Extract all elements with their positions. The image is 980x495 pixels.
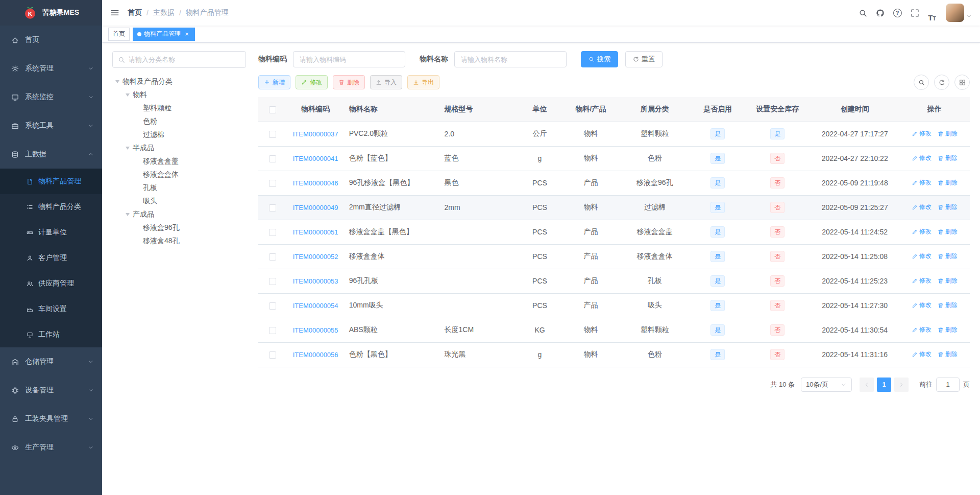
- sidebar-item-system-tools[interactable]: 系统工具: [0, 111, 102, 140]
- search-button[interactable]: 搜索: [581, 51, 618, 67]
- material-code-input[interactable]: [293, 51, 405, 67]
- safety-stock-badge[interactable]: 否: [770, 349, 785, 360]
- row-checkbox[interactable]: [269, 302, 276, 310]
- caret-down-icon[interactable]: [122, 93, 133, 97]
- enabled-badge[interactable]: 是: [710, 275, 725, 287]
- safety-stock-badge[interactable]: 否: [770, 202, 785, 213]
- export-button[interactable]: 导出: [407, 75, 439, 89]
- enabled-badge[interactable]: 是: [710, 226, 725, 238]
- sidebar-item-system-management[interactable]: 系统管理: [0, 54, 102, 83]
- caret-down-icon[interactable]: [112, 80, 122, 83]
- sidebar-subitem-material-product-management[interactable]: 物料产品管理: [0, 169, 102, 194]
- material-name-input[interactable]: [454, 51, 567, 67]
- sidebar-subitem-workshop-settings[interactable]: 车间设置: [0, 296, 102, 322]
- enabled-badge[interactable]: 是: [710, 153, 725, 164]
- breadcrumb-item[interactable]: 首页: [128, 8, 142, 17]
- sidebar-subitem-supplier-management[interactable]: 供应商管理: [0, 271, 102, 296]
- caret-down-icon[interactable]: [122, 147, 133, 150]
- enabled-badge[interactable]: 是: [710, 349, 725, 360]
- row-edit-button[interactable]: 修改: [912, 178, 932, 187]
- row-delete-button[interactable]: 删除: [938, 203, 958, 211]
- sidebar-item-equipment-management[interactable]: 设备管理: [0, 376, 102, 405]
- row-edit-button[interactable]: 修改: [912, 301, 932, 310]
- safety-stock-badge[interactable]: 否: [770, 177, 785, 188]
- sidebar-subitem-measure-unit[interactable]: 计量单位: [0, 220, 102, 245]
- github-icon[interactable]: [871, 4, 889, 21]
- material-code-link[interactable]: ITEM00000041: [293, 155, 338, 162]
- tree-node[interactable]: 吸头: [112, 195, 246, 208]
- row-delete-button[interactable]: 删除: [938, 227, 958, 236]
- tree-node[interactable]: 物料: [112, 88, 246, 102]
- toggle-search-button[interactable]: [914, 75, 929, 90]
- sidebar-item-master-data[interactable]: 主数据: [0, 140, 102, 169]
- enabled-badge[interactable]: 是: [710, 202, 725, 213]
- safety-stock-badge[interactable]: 否: [770, 275, 785, 287]
- sidebar-subitem-customer-management[interactable]: 客户管理: [0, 245, 102, 271]
- row-delete-button[interactable]: 删除: [938, 325, 958, 334]
- material-code-link[interactable]: ITEM00000055: [293, 326, 338, 334]
- row-checkbox[interactable]: [269, 253, 276, 261]
- safety-stock-badge[interactable]: 否: [770, 324, 785, 336]
- goto-page-input[interactable]: [936, 378, 960, 392]
- sidebar-item-production-management[interactable]: 生产管理: [0, 433, 102, 462]
- row-edit-button[interactable]: 修改: [912, 129, 932, 138]
- material-code-link[interactable]: ITEM00000056: [293, 351, 338, 359]
- refresh-table-button[interactable]: [934, 75, 949, 90]
- page-size-select[interactable]: 10条/页: [801, 378, 852, 392]
- app-logo[interactable]: K 苦糖果MES: [0, 0, 102, 26]
- caret-down-icon[interactable]: [122, 213, 133, 216]
- import-button[interactable]: 导入: [370, 75, 402, 89]
- tree-node[interactable]: 塑料颗粒: [112, 102, 246, 115]
- tree-node[interactable]: 移液盒48孔: [112, 234, 246, 248]
- sidebar-item-home[interactable]: 首页: [0, 26, 102, 54]
- material-code-link[interactable]: ITEM00000037: [293, 130, 338, 138]
- row-edit-button[interactable]: 修改: [912, 227, 932, 236]
- tree-node[interactable]: 移液盒盒盖: [112, 155, 246, 168]
- tree-node[interactable]: 孔板: [112, 181, 246, 195]
- avatar-caret-icon[interactable]: [966, 13, 972, 19]
- enabled-badge[interactable]: 是: [710, 300, 725, 311]
- row-checkbox[interactable]: [269, 351, 276, 359]
- next-page-button[interactable]: [894, 378, 909, 392]
- row-edit-button[interactable]: 修改: [912, 276, 932, 285]
- material-code-link[interactable]: ITEM00000054: [293, 302, 338, 310]
- row-checkbox[interactable]: [269, 278, 276, 285]
- row-checkbox[interactable]: [269, 131, 276, 138]
- sidebar-subitem-workstation[interactable]: 工作站: [0, 322, 102, 347]
- row-delete-button[interactable]: 删除: [938, 252, 958, 261]
- add-button[interactable]: 新增: [258, 75, 290, 89]
- tree-node[interactable]: 物料及产品分类: [112, 75, 246, 88]
- material-code-link[interactable]: ITEM00000052: [293, 253, 338, 261]
- row-edit-button[interactable]: 修改: [912, 252, 932, 261]
- row-edit-button[interactable]: 修改: [912, 350, 932, 359]
- enabled-badge[interactable]: 是: [710, 251, 725, 262]
- sidebar-item-warehouse-management[interactable]: 仓储管理: [0, 347, 102, 376]
- help-icon[interactable]: ?: [889, 4, 906, 21]
- row-checkbox[interactable]: [269, 180, 276, 187]
- sidebar-item-fixture-management[interactable]: 工装夹具管理: [0, 405, 102, 433]
- category-search-input[interactable]: [129, 56, 240, 63]
- safety-stock-badge[interactable]: 否: [770, 153, 785, 164]
- material-code-link[interactable]: ITEM00000046: [293, 179, 338, 187]
- tree-node[interactable]: 产成品: [112, 208, 246, 221]
- tab-0[interactable]: 首页: [108, 28, 130, 41]
- column-settings-button[interactable]: [954, 75, 970, 90]
- close-icon[interactable]: ×: [183, 31, 190, 38]
- edit-button[interactable]: 修改: [296, 75, 328, 89]
- row-edit-button[interactable]: 修改: [912, 325, 932, 334]
- material-code-link[interactable]: ITEM00000051: [293, 228, 338, 236]
- fullscreen-icon[interactable]: [906, 4, 923, 21]
- row-checkbox[interactable]: [269, 327, 276, 334]
- tree-node[interactable]: 色粉: [112, 115, 246, 128]
- sidebar-item-system-monitor[interactable]: 系统监控: [0, 83, 102, 111]
- safety-stock-badge[interactable]: 否: [770, 226, 785, 238]
- sidebar-subitem-material-product-category[interactable]: 物料产品分类: [0, 194, 102, 220]
- row-delete-button[interactable]: 删除: [938, 350, 958, 359]
- safety-stock-badge[interactable]: 否: [770, 251, 785, 262]
- enabled-badge[interactable]: 是: [710, 177, 725, 188]
- material-code-link[interactable]: ITEM00000049: [293, 204, 338, 211]
- user-avatar[interactable]: [946, 4, 964, 22]
- tree-node[interactable]: 过滤棉: [112, 128, 246, 142]
- tree-node[interactable]: 移液盒96孔: [112, 221, 246, 234]
- prev-page-button[interactable]: [860, 378, 874, 392]
